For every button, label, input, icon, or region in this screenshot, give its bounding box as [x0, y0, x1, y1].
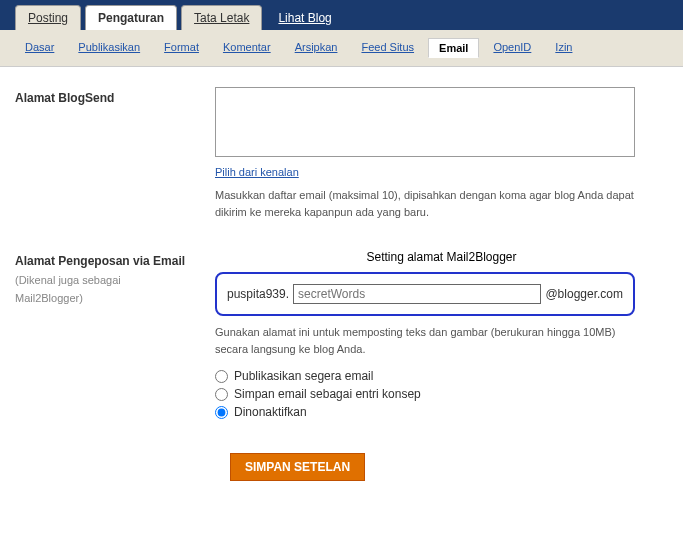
subtab-feedsitus[interactable]: Feed Situs	[351, 38, 424, 58]
tab-lihatblog[interactable]: Lihat Blog	[266, 6, 343, 30]
subtab-format[interactable]: Format	[154, 38, 209, 58]
option-draft[interactable]: Simpan email sebagai entri konsep	[215, 387, 668, 401]
radio-disabled[interactable]	[215, 406, 228, 419]
tab-pengaturan[interactable]: Pengaturan	[85, 5, 177, 30]
tab-posting[interactable]: Posting	[15, 5, 81, 30]
mail2blogger-section: Alamat Pengeposan via Email (Dikenal jug…	[15, 250, 668, 423]
subtab-publikasikan[interactable]: Publikasikan	[68, 38, 150, 58]
main-tabs: Posting Pengaturan Tata Letak Lihat Blog	[0, 0, 683, 30]
radio-publish[interactable]	[215, 370, 228, 383]
sub-tabs: Dasar Publikasikan Format Komentar Arsip…	[0, 30, 683, 67]
save-button[interactable]: SIMPAN SETELAN	[230, 453, 365, 481]
mail2blogger-box: puspita939. @blogger.com	[215, 272, 635, 316]
subtab-dasar[interactable]: Dasar	[15, 38, 64, 58]
option-publish-label: Publikasikan segera email	[234, 369, 373, 383]
pick-contacts-link[interactable]: Pilih dari kenalan	[215, 166, 299, 178]
blogsend-help: Masukkan daftar email (maksimal 10), dip…	[215, 187, 635, 220]
mail2blogger-sublabel2: Mail2Blogger)	[15, 292, 215, 304]
subtab-openid[interactable]: OpenID	[483, 38, 541, 58]
mail2blogger-label: Alamat Pengeposan via Email	[15, 254, 215, 268]
blogsend-label: Alamat BlogSend	[15, 87, 215, 220]
email-prefix: puspita939.	[227, 287, 289, 301]
content-area: Alamat BlogSend Pilih dari kenalan Masuk…	[0, 67, 683, 501]
mail2blogger-options: Publikasikan segera email Simpan email s…	[215, 369, 668, 419]
mail2blogger-sublabel1: (Dikenal juga sebagai	[15, 274, 215, 286]
option-disabled[interactable]: Dinonaktifkan	[215, 405, 668, 419]
subtab-email[interactable]: Email	[428, 38, 479, 58]
tab-tataletak[interactable]: Tata Letak	[181, 5, 262, 30]
radio-draft[interactable]	[215, 388, 228, 401]
option-draft-label: Simpan email sebagai entri konsep	[234, 387, 421, 401]
secret-word-input[interactable]	[293, 284, 541, 304]
subtab-izin[interactable]: Izin	[545, 38, 582, 58]
mail2blogger-help: Gunakan alamat ini untuk memposting teks…	[215, 324, 635, 357]
blogsend-textarea[interactable]	[215, 87, 635, 157]
subtab-arsipkan[interactable]: Arsipkan	[285, 38, 348, 58]
subtab-komentar[interactable]: Komentar	[213, 38, 281, 58]
option-disabled-label: Dinonaktifkan	[234, 405, 307, 419]
mail2blogger-callout: Setting alamat Mail2Blogger	[215, 250, 668, 264]
blogsend-section: Alamat BlogSend Pilih dari kenalan Masuk…	[15, 87, 668, 220]
option-publish[interactable]: Publikasikan segera email	[215, 369, 668, 383]
email-suffix: @blogger.com	[545, 287, 623, 301]
